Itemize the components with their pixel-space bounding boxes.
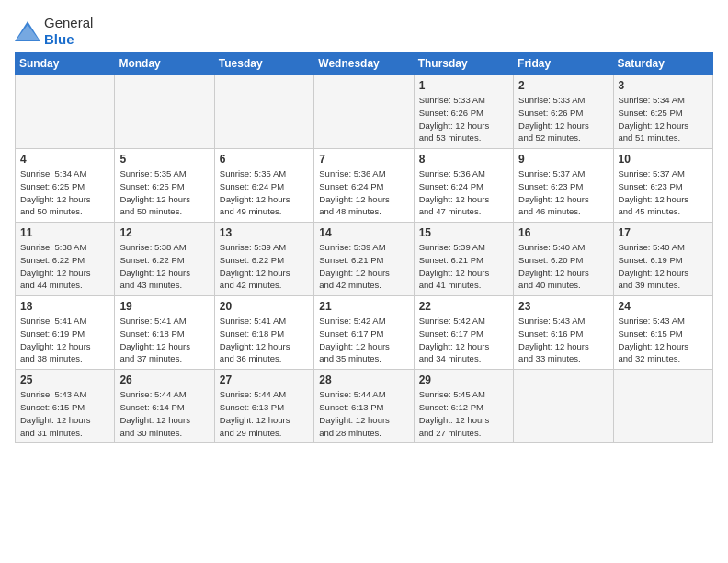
day-number: 20 (220, 300, 309, 313)
calendar-cell: 29Sunrise: 5:45 AM Sunset: 6:12 PM Dayli… (414, 370, 513, 443)
calendar-cell: 11Sunrise: 5:38 AM Sunset: 6:22 PM Dayli… (16, 223, 115, 296)
day-number: 13 (220, 226, 309, 239)
calendar-cell: 23Sunrise: 5:43 AM Sunset: 6:16 PM Dayli… (514, 296, 613, 370)
day-number: 2 (518, 79, 608, 92)
day-info: Sunrise: 5:41 AM Sunset: 6:19 PM Dayligh… (20, 315, 109, 365)
calendar-cell: 4Sunrise: 5:34 AM Sunset: 6:25 PM Daylig… (16, 149, 115, 223)
calendar-cell: 13Sunrise: 5:39 AM Sunset: 6:22 PM Dayli… (214, 223, 313, 296)
calendar-cell: 28Sunrise: 5:44 AM Sunset: 6:13 PM Dayli… (314, 370, 414, 443)
calendar-cell: 20Sunrise: 5:41 AM Sunset: 6:18 PM Dayli… (214, 296, 313, 370)
day-number: 17 (619, 226, 708, 239)
logo-general: General (44, 15, 93, 30)
day-number: 3 (619, 79, 708, 92)
day-number: 25 (20, 373, 109, 386)
day-info: Sunrise: 5:40 AM Sunset: 6:20 PM Dayligh… (518, 241, 608, 292)
day-number: 21 (319, 300, 408, 313)
day-info: Sunrise: 5:45 AM Sunset: 6:12 PM Dayligh… (419, 388, 508, 439)
header-friday: Friday (514, 52, 613, 75)
calendar-cell: 17Sunrise: 5:40 AM Sunset: 6:19 PM Dayli… (613, 223, 712, 296)
day-info: Sunrise: 5:38 AM Sunset: 6:22 PM Dayligh… (119, 241, 209, 292)
calendar-header-row: SundayMondayTuesdayWednesdayThursdayFrid… (16, 52, 713, 75)
calendar-cell: 21Sunrise: 5:42 AM Sunset: 6:17 PM Dayli… (314, 296, 414, 370)
day-number: 12 (119, 226, 209, 239)
day-info: Sunrise: 5:42 AM Sunset: 6:17 PM Dayligh… (319, 315, 408, 365)
day-number: 11 (20, 226, 109, 239)
day-info: Sunrise: 5:35 AM Sunset: 6:25 PM Dayligh… (119, 167, 209, 218)
day-info: Sunrise: 5:37 AM Sunset: 6:23 PM Dayligh… (619, 167, 708, 218)
calendar-cell: 2Sunrise: 5:33 AM Sunset: 6:26 PM Daylig… (514, 75, 613, 149)
calendar-cell: 6Sunrise: 5:35 AM Sunset: 6:24 PM Daylig… (214, 149, 313, 223)
day-number: 26 (119, 373, 209, 386)
day-info: Sunrise: 5:42 AM Sunset: 6:17 PM Dayligh… (419, 315, 508, 365)
day-number: 4 (20, 153, 109, 166)
day-info: Sunrise: 5:43 AM Sunset: 6:15 PM Dayligh… (20, 388, 109, 439)
calendar-cell (214, 75, 313, 149)
day-number: 10 (619, 153, 708, 166)
day-info: Sunrise: 5:41 AM Sunset: 6:18 PM Dayligh… (119, 315, 209, 365)
calendar-cell: 14Sunrise: 5:39 AM Sunset: 6:21 PM Dayli… (314, 223, 414, 296)
day-info: Sunrise: 5:44 AM Sunset: 6:13 PM Dayligh… (319, 388, 408, 439)
calendar-cell: 25Sunrise: 5:43 AM Sunset: 6:15 PM Dayli… (16, 370, 115, 443)
calendar-week-0: 1Sunrise: 5:33 AM Sunset: 6:26 PM Daylig… (16, 75, 713, 149)
calendar-week-1: 4Sunrise: 5:34 AM Sunset: 6:25 PM Daylig… (16, 149, 713, 223)
calendar-cell: 7Sunrise: 5:36 AM Sunset: 6:24 PM Daylig… (314, 149, 414, 223)
calendar-cell: 8Sunrise: 5:36 AM Sunset: 6:24 PM Daylig… (414, 149, 513, 223)
calendar-cell: 22Sunrise: 5:42 AM Sunset: 6:17 PM Dayli… (414, 296, 513, 370)
calendar-cell: 10Sunrise: 5:37 AM Sunset: 6:23 PM Dayli… (613, 149, 712, 223)
header-monday: Monday (115, 52, 214, 75)
day-number: 14 (319, 226, 408, 239)
logo-blue: Blue (44, 31, 74, 47)
logo-icon (15, 21, 40, 41)
day-info: Sunrise: 5:39 AM Sunset: 6:22 PM Dayligh… (220, 241, 309, 292)
day-info: Sunrise: 5:39 AM Sunset: 6:21 PM Dayligh… (319, 241, 408, 292)
day-info: Sunrise: 5:44 AM Sunset: 6:13 PM Dayligh… (220, 388, 309, 439)
calendar-week-3: 18Sunrise: 5:41 AM Sunset: 6:19 PM Dayli… (16, 296, 713, 370)
calendar-cell (16, 75, 115, 149)
day-info: Sunrise: 5:37 AM Sunset: 6:23 PM Dayligh… (518, 167, 608, 218)
day-number: 16 (518, 226, 608, 239)
day-number: 8 (419, 153, 508, 166)
day-number: 19 (119, 300, 209, 313)
calendar-cell: 12Sunrise: 5:38 AM Sunset: 6:22 PM Dayli… (115, 223, 214, 296)
calendar-cell: 18Sunrise: 5:41 AM Sunset: 6:19 PM Dayli… (16, 296, 115, 370)
header-wednesday: Wednesday (314, 52, 414, 75)
svg-marker-1 (17, 25, 39, 40)
calendar-week-2: 11Sunrise: 5:38 AM Sunset: 6:22 PM Dayli… (16, 223, 713, 296)
day-number: 29 (419, 373, 508, 386)
calendar-cell: 1Sunrise: 5:33 AM Sunset: 6:26 PM Daylig… (414, 75, 513, 149)
logo: General Blue (15, 15, 93, 48)
day-info: Sunrise: 5:34 AM Sunset: 6:25 PM Dayligh… (20, 167, 109, 218)
day-number: 22 (419, 300, 508, 313)
calendar-cell: 9Sunrise: 5:37 AM Sunset: 6:23 PM Daylig… (514, 149, 613, 223)
day-number: 27 (220, 373, 309, 386)
calendar-cell: 27Sunrise: 5:44 AM Sunset: 6:13 PM Dayli… (214, 370, 313, 443)
calendar-week-4: 25Sunrise: 5:43 AM Sunset: 6:15 PM Dayli… (16, 370, 713, 443)
day-number: 15 (419, 226, 508, 239)
calendar-cell: 3Sunrise: 5:34 AM Sunset: 6:25 PM Daylig… (613, 75, 712, 149)
day-number: 28 (319, 373, 408, 386)
day-number: 24 (619, 300, 708, 313)
calendar-cell: 5Sunrise: 5:35 AM Sunset: 6:25 PM Daylig… (115, 149, 214, 223)
day-info: Sunrise: 5:35 AM Sunset: 6:24 PM Dayligh… (220, 167, 309, 218)
calendar-cell: 26Sunrise: 5:44 AM Sunset: 6:14 PM Dayli… (115, 370, 214, 443)
day-info: Sunrise: 5:33 AM Sunset: 6:26 PM Dayligh… (518, 94, 608, 144)
header-sunday: Sunday (16, 52, 115, 75)
day-info: Sunrise: 5:41 AM Sunset: 6:18 PM Dayligh… (220, 315, 309, 365)
day-number: 5 (119, 153, 209, 166)
calendar-cell: 15Sunrise: 5:39 AM Sunset: 6:21 PM Dayli… (414, 223, 513, 296)
calendar-cell (115, 75, 214, 149)
header: General Blue (15, 15, 713, 48)
calendar-table: SundayMondayTuesdayWednesdayThursdayFrid… (15, 52, 713, 443)
header-thursday: Thursday (414, 52, 513, 75)
day-number: 23 (518, 300, 608, 313)
day-number: 7 (319, 153, 408, 166)
day-number: 18 (20, 300, 109, 313)
day-number: 1 (419, 79, 508, 92)
calendar-cell: 19Sunrise: 5:41 AM Sunset: 6:18 PM Dayli… (115, 296, 214, 370)
calendar-cell (613, 370, 712, 443)
calendar-cell (314, 75, 414, 149)
day-info: Sunrise: 5:43 AM Sunset: 6:16 PM Dayligh… (518, 315, 608, 365)
day-info: Sunrise: 5:43 AM Sunset: 6:15 PM Dayligh… (619, 315, 708, 365)
day-info: Sunrise: 5:33 AM Sunset: 6:26 PM Dayligh… (419, 94, 508, 144)
day-info: Sunrise: 5:36 AM Sunset: 6:24 PM Dayligh… (319, 167, 408, 218)
